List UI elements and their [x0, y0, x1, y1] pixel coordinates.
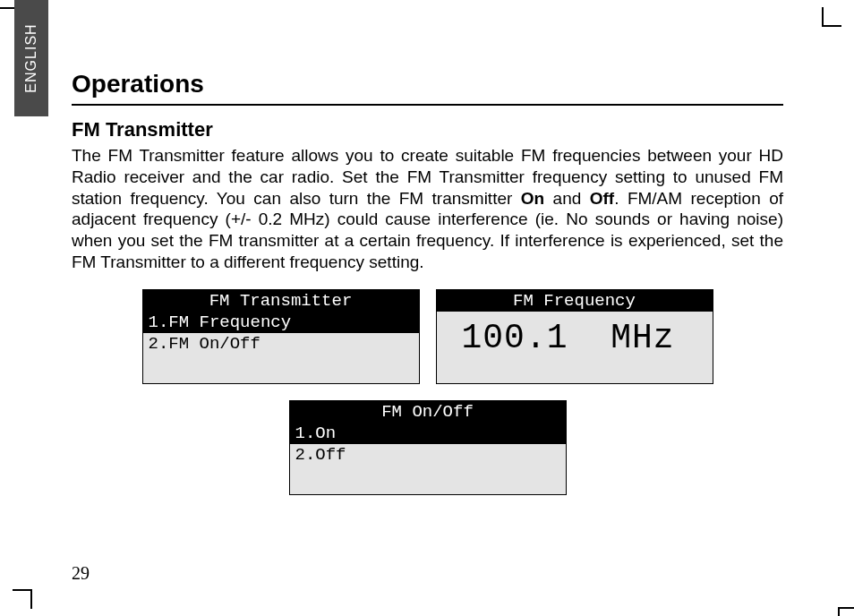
crop-mark-icon — [838, 607, 854, 616]
bold-on: On — [521, 189, 544, 208]
menu-item-selected: 1.FM Frequency — [143, 312, 419, 333]
language-tab: ENGLISH — [14, 0, 48, 116]
crop-mark-icon — [822, 7, 841, 27]
dialog-illustrations: FM Transmitter 1.FM Frequency 2.FM On/Of… — [72, 289, 783, 495]
section-heading: Operations — [72, 70, 783, 98]
body-paragraph: The FM Transmitter feature allows you to… — [72, 145, 783, 273]
page-number: 29 — [72, 563, 90, 584]
fm-frequency-dialog: FM Frequency 100.1 MHz — [436, 289, 713, 384]
menu-item-selected: 1.On — [290, 423, 566, 444]
menu-item: 2.Off — [290, 444, 566, 466]
frequency-value: 100.1 MHz — [437, 312, 713, 365]
page-content: Operations FM Transmitter The FM Transmi… — [72, 70, 783, 495]
crop-mark-icon — [13, 589, 32, 609]
manual-page: ENGLISH Operations FM Transmitter The FM… — [0, 0, 854, 616]
subsection-heading: FM Transmitter — [72, 118, 783, 141]
fm-transmitter-dialog: FM Transmitter 1.FM Frequency 2.FM On/Of… — [142, 289, 420, 384]
menu-item: 2.FM On/Off — [143, 333, 419, 355]
dialog-title: FM Frequency — [437, 290, 713, 312]
bold-off: Off — [590, 189, 614, 208]
language-label: ENGLISH — [23, 23, 39, 92]
heading-rule — [72, 104, 783, 106]
dialog-title: FM On/Off — [290, 401, 566, 423]
body-text: and — [544, 189, 590, 208]
fm-onoff-dialog: FM On/Off 1.On 2.Off — [289, 400, 567, 495]
dialog-title: FM Transmitter — [143, 290, 419, 312]
